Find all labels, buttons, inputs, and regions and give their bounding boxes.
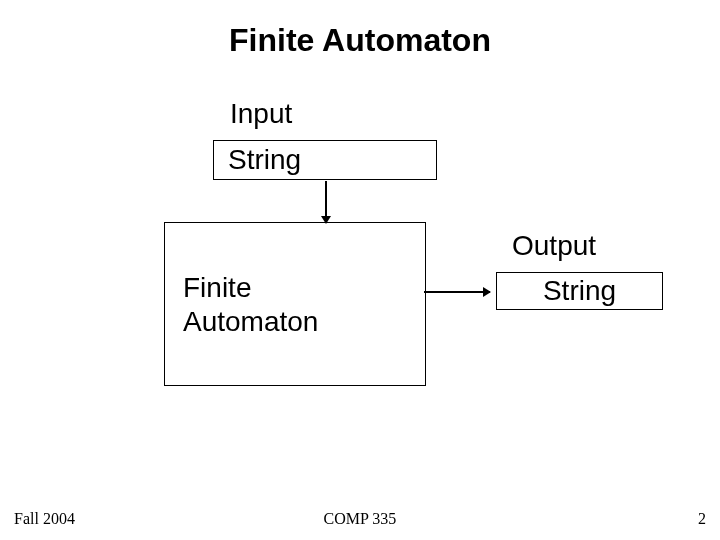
slide: Finite Automaton Input String FiniteAuto… bbox=[0, 0, 720, 540]
slide-title: Finite Automaton bbox=[0, 22, 720, 59]
automaton-label: FiniteAutomaton bbox=[183, 271, 318, 339]
footer-page-number: 2 bbox=[698, 510, 706, 528]
input-box: String bbox=[213, 140, 437, 180]
output-label: Output bbox=[512, 230, 596, 262]
output-box: String bbox=[496, 272, 663, 310]
input-label: Input bbox=[230, 98, 292, 130]
footer-course: COMP 335 bbox=[0, 510, 720, 528]
arrow-down-icon bbox=[325, 181, 327, 223]
arrow-right-icon bbox=[424, 291, 490, 293]
